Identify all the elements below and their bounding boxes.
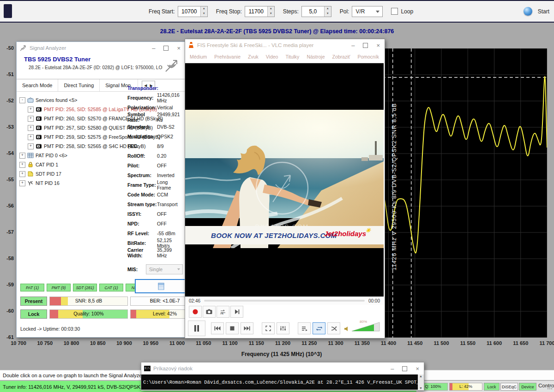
steps-spinner[interactable]: ▲▼ — [301, 6, 331, 17]
previous-button[interactable] — [211, 322, 224, 334]
chevron-down-icon — [177, 268, 180, 270]
tree-item-service[interactable]: +PMT PID: 257, SID: 52580 @ QUEST HD (BS… — [19, 123, 126, 132]
video-area[interactable]: DXSATCS.COM BOOK NOW AT JET2HOLIDAYS.COM… — [185, 63, 384, 297]
start-button[interactable]: Start — [538, 8, 549, 15]
tree-item[interactable]: +NIT PID 16 — [19, 178, 126, 188]
expand-icon[interactable]: + — [19, 180, 25, 186]
freq-start-up-icon[interactable]: ▲ — [201, 6, 207, 12]
maximize-icon[interactable] — [163, 46, 169, 51]
scroll-up-icon[interactable]: ▲ — [419, 374, 422, 378]
pid-badge[interactable]: CAT (1) — [99, 284, 123, 291]
scroll-down-icon[interactable]: ▼ — [419, 386, 422, 390]
menu-nastroje[interactable]: Nástroje — [307, 54, 325, 59]
freq-stop-spinner[interactable]: ▲▼ — [245, 6, 275, 17]
snr-bar: SNR: 8,5 dB — [49, 297, 128, 306]
stop-button[interactable] — [226, 322, 239, 334]
menu-titulky[interactable]: Titulky — [285, 54, 299, 59]
maximize-icon[interactable] — [363, 43, 368, 48]
minimize-icon[interactable]: – — [351, 42, 355, 49]
maximize-icon[interactable] — [402, 366, 407, 371]
record-button[interactable] — [189, 306, 202, 318]
pause-button[interactable] — [188, 321, 205, 336]
transponder-row: Polarization:Vertical — [127, 102, 183, 112]
transponder-row: Frequency:11426,016 MHz — [127, 93, 183, 102]
frame-by-frame-button[interactable] — [230, 306, 243, 318]
tree-item[interactable]: -Services found <5> — [19, 95, 126, 105]
fullscreen-button[interactable] — [262, 322, 275, 334]
close-icon[interactable]: × — [177, 45, 181, 52]
mis-select[interactable]: Single — [146, 264, 183, 274]
expand-icon[interactable]: + — [19, 162, 25, 168]
menu-zvuk[interactable]: Zvuk — [248, 54, 259, 59]
equalizer-button[interactable] — [277, 322, 289, 334]
pid-badge[interactable]: PMT (9) — [47, 284, 71, 291]
jet2holidays-logo: Jet2holidays✳ — [324, 230, 366, 238]
loop-checkbox[interactable] — [391, 8, 398, 15]
expand-icon[interactable]: + — [19, 153, 25, 159]
cmd-titlebar[interactable]: C:\ Príkazový riadok – × — [141, 362, 424, 374]
steps-input[interactable] — [302, 6, 324, 17]
freq-start-input[interactable] — [178, 6, 200, 17]
pid-badge[interactable]: PAT (1) — [20, 284, 44, 291]
device-badge[interactable]: Device — [519, 383, 536, 391]
menu-medium[interactable]: Médium — [190, 54, 207, 59]
vlc-titlebar[interactable]: FIS Freestyle Ski & FreeSki... - VLC med… — [185, 39, 385, 51]
cmd-scrollbar[interactable]: ▲ ▼ — [418, 374, 424, 390]
freq-stop-input[interactable] — [245, 6, 267, 17]
shuffle-button[interactable] — [327, 322, 340, 334]
resize-grip[interactable] — [547, 384, 553, 390]
tree-item-label: Services found <5> — [36, 97, 77, 103]
expand-icon[interactable]: + — [28, 107, 34, 113]
snapshot-button[interactable] — [203, 306, 216, 318]
menu-prehravanie[interactable]: Prehrávanie — [214, 54, 241, 59]
transponder-row-label: Spectrum: — [127, 172, 157, 178]
tree-item-service[interactable]: +PMT PID: 258, SID: 52565 @ S4C HD (BSky… — [19, 142, 126, 151]
pol-select[interactable]: V/R — [352, 6, 383, 17]
pid-badge[interactable]: SDT (281) — [73, 284, 97, 291]
freq-stop-label: Freq Stop: — [216, 8, 242, 15]
playlist-button[interactable] — [298, 322, 311, 334]
diseqc-badge[interactable]: DiSEqC — [500, 383, 518, 391]
tab-direct-tuning[interactable]: Direct Tuning — [58, 79, 100, 91]
tree-item[interactable]: +CAT PID 1 — [19, 160, 126, 169]
expand-icon[interactable]: + — [28, 116, 34, 122]
steps-up-icon[interactable]: ▲ — [325, 6, 331, 12]
menu-video[interactable]: Video — [266, 54, 278, 59]
next-button[interactable] — [241, 322, 253, 334]
loop-button[interactable] — [313, 322, 325, 334]
steps-down-icon[interactable]: ▼ — [325, 12, 331, 17]
menu-pomocnik[interactable]: Pomocník — [357, 54, 379, 59]
tree-item-service[interactable]: +PMT PID: 260, SID: 52570 @ FRANCE 24 HD… — [19, 114, 126, 123]
seek-bar[interactable] — [204, 300, 365, 302]
freq-stop-down-icon[interactable]: ▼ — [268, 12, 274, 17]
y-tick-label: -56 — [1, 203, 14, 208]
tv-icon — [36, 134, 42, 140]
volume-control[interactable]: 80% — [344, 321, 380, 332]
minimize-icon[interactable]: – — [152, 45, 155, 52]
y-tick-label: -59 — [1, 282, 14, 287]
minimize-icon[interactable]: – — [391, 365, 394, 372]
collapse-icon[interactable]: - — [19, 97, 25, 103]
freq-start-down-icon[interactable]: ▼ — [201, 12, 207, 17]
expand-icon[interactable]: + — [28, 134, 34, 140]
ab-loop-button[interactable]: A B — [217, 306, 229, 318]
expand-icon[interactable]: + — [28, 143, 34, 149]
transponder-row-label: ISSYI: — [127, 211, 157, 217]
close-icon[interactable]: × — [376, 42, 380, 49]
tab-search-mode[interactable]: Search Mode — [17, 79, 58, 91]
tree-item-service[interactable]: +PMT PID: 256, SID: 52585 @ LaLigaTV HD … — [19, 105, 126, 114]
save-table-button[interactable] — [135, 279, 187, 293]
transponder-row: Modulation:QPSK2 — [127, 131, 183, 141]
expand-icon[interactable]: + — [28, 125, 34, 131]
start-orb-icon[interactable] — [524, 7, 532, 16]
menu-zobrazit[interactable]: Zobraziť — [332, 54, 350, 59]
freq-start-spinner[interactable]: ▲▼ — [178, 6, 208, 17]
tree-item[interactable]: +PAT PID 0 <6> — [19, 151, 126, 160]
tree-item[interactable]: +SDT PID 17 — [19, 169, 126, 178]
tree-item-service[interactable]: +PMT PID: 259, SID: 52575 @ FreeSports H… — [19, 132, 126, 142]
x-tick-label: 11 100 — [217, 340, 243, 346]
expand-icon[interactable]: + — [19, 171, 25, 177]
close-icon[interactable]: × — [416, 365, 419, 372]
signal-analyzer-titlebar[interactable]: Signal Analyzer – × — [17, 42, 185, 54]
freq-stop-up-icon[interactable]: ▲ — [268, 6, 274, 12]
